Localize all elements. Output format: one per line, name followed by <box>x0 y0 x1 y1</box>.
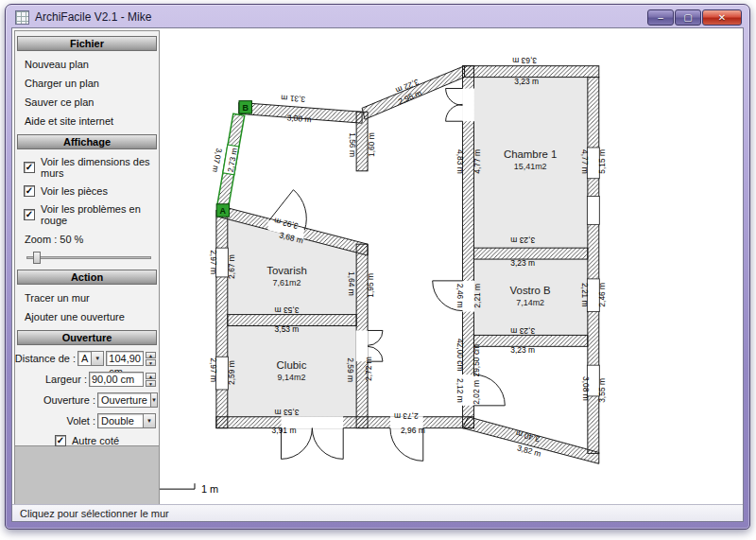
sidebar-item-nouveau-plan[interactable]: Nouveau plan <box>25 59 159 70</box>
zoom-label: Zoom : 50 % <box>25 234 159 245</box>
chevron-down-icon[interactable]: ▼ <box>91 351 104 366</box>
scale-label: 1 m <box>201 483 218 495</box>
chevron-down-icon[interactable]: ▼ <box>150 392 158 408</box>
point-marker-letter: A <box>220 206 227 216</box>
dimension-label: 2,21 m <box>580 283 590 307</box>
window-title: ArchiFacile V2.1 - Mike <box>35 10 151 24</box>
dimension-label: 1,60 m <box>367 132 376 157</box>
dimension-label: 3,53 m <box>275 324 300 334</box>
checkbox-autre-cote[interactable]: ✓ <box>55 435 66 446</box>
dimension-label: 1,64 m <box>347 271 356 296</box>
window[interactable] <box>587 197 599 225</box>
section-header-action: Action <box>17 270 157 285</box>
section-header-affichage: Affichage <box>17 134 157 149</box>
room-name-label: Clubic <box>277 359 307 371</box>
dimension-label: 3,53 m <box>275 408 300 417</box>
dimension-label: 2,96 m <box>401 426 425 435</box>
dimension-label: 3,23 m <box>514 77 539 86</box>
section-header-ouverture: Ouverture <box>17 330 157 345</box>
zoom-slider[interactable] <box>26 251 151 264</box>
dimension-label: 4,77 m <box>472 149 482 174</box>
close-icon: ✕ <box>718 12 726 23</box>
distance-point-select[interactable]: A ▼ <box>77 351 104 366</box>
dimension-label: 2,12 m <box>455 378 465 403</box>
distance-point-value: A <box>77 351 91 366</box>
largeur-input[interactable]: 90,00 cm <box>89 372 144 387</box>
dimension-label: 1,56 m <box>348 132 357 157</box>
dimension-label: 3,07 m <box>211 148 224 173</box>
section-header-fichier: Fichier <box>17 36 157 51</box>
spin-down-icon[interactable]: ▼ <box>146 359 156 366</box>
volet-value: Double <box>97 413 143 428</box>
dimension-label: 2,59 m <box>346 357 355 382</box>
largeur-label: Largeur : <box>45 374 87 385</box>
distance-label: Distance de : <box>15 353 76 364</box>
dimension-label: 4,83 m <box>455 149 465 174</box>
check-icon: ✓ <box>57 435 64 445</box>
check-icon: ✓ <box>26 162 33 172</box>
point-marker-letter: B <box>242 103 249 113</box>
room-area-label: 7,14m2 <box>516 298 544 307</box>
zoom-slider-thumb[interactable] <box>33 252 41 264</box>
close-button[interactable]: ✕ <box>702 9 742 26</box>
scale-indicator: 1 m <box>159 483 218 495</box>
sidebar-item-ajouter-ouverture[interactable]: Ajouter une ouverture <box>25 311 159 322</box>
dimension-label: 2,67 m <box>227 254 236 279</box>
volet-label: Volet : <box>66 415 95 427</box>
checkbox-label: Voir les pièces <box>41 185 108 197</box>
maximize-button[interactable]: ▢ <box>675 9 701 26</box>
maximize-icon: ▢ <box>683 12 692 23</box>
checkbox-dimensions-murs[interactable]: ✓ <box>24 162 35 173</box>
title-bar[interactable]: ArchiFacile V2.1 - Mike – ▢ ✕ <box>6 5 749 27</box>
dimension-label: 2,97 m <box>209 250 218 274</box>
chevron-down-icon[interactable]: ▼ <box>143 413 156 428</box>
sidebar-item-charger-plan[interactable]: Charger un plan <box>25 78 159 89</box>
checkbox-voir-pieces[interactable]: ✓ <box>24 185 35 197</box>
zoom-slider-track[interactable] <box>26 256 151 259</box>
spin-up-icon[interactable]: ▲ <box>146 373 156 379</box>
distance-stepper[interactable]: ▲ ▼ <box>146 352 156 366</box>
room-area-label: 7,61m2 <box>273 278 301 287</box>
minimize-icon: – <box>658 12 663 23</box>
sidebar-panel: Fichier Nouveau plan Charger un plan Sau… <box>14 30 160 446</box>
checkbox-label: Voir les dimensions des murs <box>41 156 159 179</box>
sidebar-filler <box>14 446 160 504</box>
dimension-label: 3,91 m <box>272 426 297 435</box>
sidebar-item-aide[interactable]: Aide et site internet <box>25 115 159 127</box>
room-name-label: Vostro B <box>510 285 551 296</box>
largeur-stepper[interactable]: ▲ ▼ <box>146 373 156 387</box>
checkbox-label: Voir les problèmes en rouge <box>41 203 159 226</box>
dimension-label: 4,77 m <box>580 149 590 174</box>
dimension-label: 3,08 m <box>581 376 591 401</box>
app-icon[interactable] <box>15 10 29 25</box>
checkbox-problemes-rouge[interactable]: ✓ <box>24 209 35 220</box>
status-text: Cliquez pour sélectionner le mur <box>20 508 169 519</box>
dimension-label: 3,53 m <box>275 305 300 315</box>
minimize-button[interactable]: – <box>647 9 674 26</box>
dimension-label: 2,21 m <box>472 284 482 308</box>
spin-down-icon[interactable]: ▼ <box>146 380 156 387</box>
autre-cote-label: Autre coté <box>72 435 119 446</box>
sidebar-item-tracer-mur[interactable]: Tracer un mur <box>25 292 159 304</box>
volet-select[interactable]: Double ▼ <box>97 413 156 428</box>
ouverture-label: Ouverture : <box>43 394 95 406</box>
dimension-label: 3,23 m <box>510 258 535 268</box>
room-clubic[interactable] <box>228 325 356 416</box>
distance-input[interactable]: 104,90 cm <box>106 351 144 366</box>
ouverture-select[interactable]: Ouverture ▼ <box>97 392 156 408</box>
wall-bottom[interactable] <box>216 417 474 428</box>
dimension-label: 2,72 m <box>364 357 373 381</box>
door-chambre1-double[interactable] <box>446 88 463 121</box>
dimension-label: 3,63 m <box>512 56 537 65</box>
dimension-label: 5,15 m <box>597 149 607 174</box>
room-area-label: 9,14m2 <box>278 373 306 382</box>
dimension-label: 3,00 m <box>286 113 311 124</box>
dimension-label: 3,23 m <box>510 326 535 336</box>
dimension-label: 3,23 m <box>510 235 535 245</box>
spin-up-icon[interactable]: ▲ <box>146 352 156 358</box>
sidebar-item-sauver-plan[interactable]: Sauver ce plan <box>25 96 159 108</box>
dimension-label: 2,46 m <box>597 283 607 307</box>
sidebar: Fichier Nouveau plan Charger un plan Sau… <box>14 30 160 504</box>
plan-canvas[interactable]: Chambre 115,41m2Vostro B7,14m2Tovarish7,… <box>12 28 743 504</box>
wall-left-outer[interactable] <box>216 210 228 427</box>
